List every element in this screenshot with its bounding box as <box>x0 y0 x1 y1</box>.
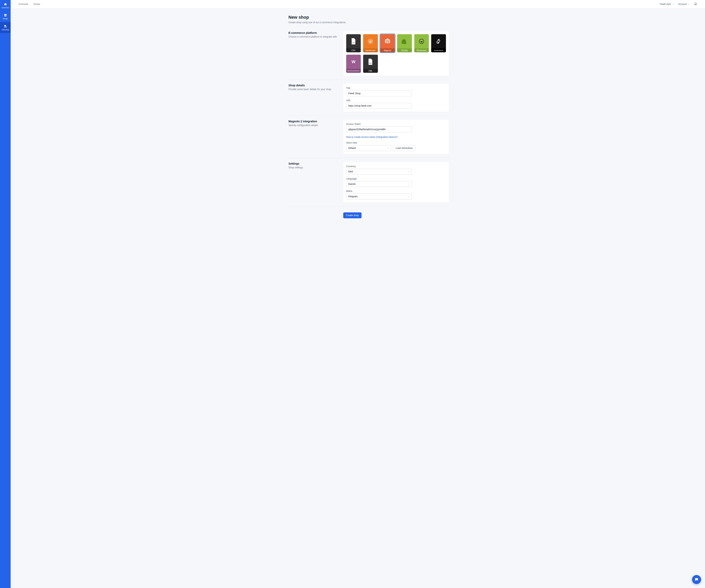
chat-fab[interactable] <box>692 575 701 584</box>
section-subtitle: Shop settings. <box>289 166 339 169</box>
org-name: Feedr ApS <box>660 3 671 5</box>
title-label: Title <box>346 87 446 90</box>
svg-text:W: W <box>351 59 356 64</box>
dandomain-icon: d <box>367 38 374 45</box>
access-token-help-link[interactable]: How to create Access-token (Integration … <box>346 136 398 139</box>
section-subtitle: Choose e-commerce platform to integrate … <box>289 35 339 38</box>
platform-tile-shopify[interactable]: Shopify <box>397 34 412 52</box>
section-shop-details: Shop details Provide some basic details … <box>289 84 449 116</box>
create-shop-button[interactable]: Create shop <box>343 212 362 218</box>
tile-label: Squarespace <box>431 48 446 52</box>
platform-tile-xml[interactable]: XML XML <box>363 55 378 73</box>
account-dropdown[interactable]: Account <box>678 3 690 5</box>
file-csv-icon: CSV <box>350 38 357 45</box>
svg-text:XML: XML <box>369 62 372 64</box>
currency-label: Currency <box>346 165 446 168</box>
tile-label: Dandomain <box>363 48 378 52</box>
notifications-button[interactable] <box>694 2 697 6</box>
squarespace-icon <box>435 38 442 45</box>
svg-text:d: d <box>369 40 371 43</box>
tile-label: Shoporama <box>414 48 429 52</box>
bell-icon <box>694 2 697 5</box>
language-label: Language <box>346 178 446 180</box>
platform-tile-magento[interactable]: Magento <box>380 34 395 52</box>
tile-label: Magento <box>380 48 395 52</box>
sidebar-item-add-shop[interactable]: Add shop <box>0 22 11 33</box>
access-token-input[interactable] <box>346 127 412 132</box>
store-plus-icon <box>4 24 7 28</box>
tile-label: XML <box>363 69 378 73</box>
file-xml-icon: XML <box>367 58 374 65</box>
topbar: Overview Shops Feedr ApS Account <box>11 0 705 8</box>
chevron-down-icon <box>672 3 674 5</box>
url-input[interactable] <box>346 103 412 109</box>
platform-tile-csv[interactable]: CSV CSV <box>346 34 361 52</box>
sidebar-item-overview[interactable]: Overview <box>0 0 11 11</box>
language-select[interactable]: Danish <box>346 181 412 187</box>
access-token-label: Access Token <box>346 123 446 126</box>
page-header: New shop Create shop using one of our e-… <box>289 15 449 24</box>
load-storeviews-button[interactable]: Load storeviews <box>393 145 416 151</box>
section-title: Magento 2 integration <box>289 120 339 123</box>
section-settings: Settings Shop settings. Currency DKK <box>289 162 449 206</box>
magento-icon <box>384 38 391 45</box>
currency-select[interactable]: DKK <box>346 169 412 175</box>
chevron-down-icon <box>688 3 690 5</box>
section-title: Shop details <box>289 84 339 87</box>
page-title: New shop <box>289 15 449 20</box>
tile-label: Shopify <box>397 48 412 52</box>
section-title: Settings <box>289 162 339 165</box>
storeview-select[interactable]: Default <box>346 145 391 151</box>
sidebar-item-shops[interactable]: Shops <box>0 11 11 22</box>
section-title: E-commerce platform <box>289 31 339 35</box>
footer-actions: Create shop <box>343 210 449 218</box>
chat-icon <box>694 577 699 582</box>
topbar-link-shops[interactable]: Shops <box>34 3 40 5</box>
sidebar-item-label: Add shop <box>2 29 9 31</box>
platform-tile-woocommerce[interactable]: W WooCommerce <box>346 55 361 73</box>
tile-label: WooCommerce <box>346 69 361 73</box>
section-subtitle: Specify configuration details. <box>289 124 339 127</box>
metric-label: Metric <box>346 190 446 193</box>
account-label: Account <box>678 3 687 5</box>
store-icon <box>4 13 7 17</box>
page-subtitle: Create shop using one of our e-commerce … <box>289 21 449 24</box>
title-input[interactable] <box>346 91 412 96</box>
platform-tile-squarespace[interactable]: Squarespace <box>431 34 446 52</box>
section-platform: E-commerce platform Choose e-commerce pl… <box>289 31 449 80</box>
sidebar-item-label: Shops <box>3 18 8 20</box>
tile-label: CSV <box>346 48 361 52</box>
url-label: URL <box>346 99 446 102</box>
shopify-icon <box>401 38 408 45</box>
topbar-link-overview[interactable]: Overview <box>18 3 28 5</box>
svg-text:CSV: CSV <box>352 42 355 44</box>
org-dropdown[interactable]: Feedr ApS <box>660 3 674 5</box>
woocommerce-icon: W <box>350 58 357 65</box>
section-subtitle: Provide some basic details for your shop… <box>289 88 339 91</box>
metric-select[interactable]: Kilogram <box>346 194 412 199</box>
storeview-label: Store view <box>346 141 446 144</box>
shoporama-icon <box>418 38 425 45</box>
platform-tile-shoporama[interactable]: Shoporama <box>414 34 429 52</box>
sidebar-item-label: Overview <box>2 7 9 9</box>
section-integration: Magento 2 integration Specify configurat… <box>289 120 449 158</box>
home-icon <box>4 3 7 6</box>
platform-tile-dandomain[interactable]: d Dandomain <box>363 34 378 52</box>
sidebar: Overview Shops Add shop <box>0 0 11 588</box>
